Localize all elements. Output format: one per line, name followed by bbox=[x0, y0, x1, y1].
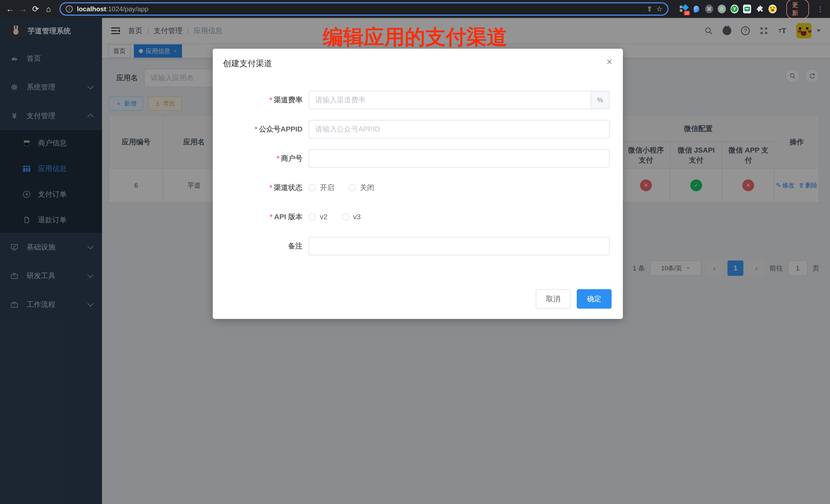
bookmark-star-icon[interactable]: ☆ bbox=[657, 5, 662, 13]
form-row-mch: *商户号 bbox=[213, 149, 610, 168]
required-asterisk: * bbox=[270, 213, 273, 221]
dialog-footer: 取消 确定 bbox=[536, 289, 612, 309]
share-icon[interactable]: ⇪ bbox=[647, 5, 652, 13]
radio-circle-icon bbox=[309, 213, 316, 220]
site-info-icon[interactable]: i bbox=[66, 5, 73, 12]
url-text: localhost:1024/pay/app bbox=[77, 5, 149, 13]
form-row-appid: *公众号APPID bbox=[213, 120, 610, 138]
form-row-remark: 备注 bbox=[213, 237, 610, 255]
back-icon[interactable]: ← bbox=[5, 5, 15, 13]
status-off-radio[interactable]: 关闭 bbox=[349, 183, 374, 192]
appid-input[interactable] bbox=[309, 120, 610, 138]
url-bar[interactable]: i localhost:1024/pay/app ⇪ ☆ bbox=[60, 2, 669, 15]
api-v3-radio[interactable]: v3 bbox=[342, 213, 361, 221]
extension-badge: 10 bbox=[684, 11, 690, 15]
mch-input[interactable] bbox=[309, 149, 610, 168]
browser-update-chip[interactable]: 更新 bbox=[787, 0, 809, 19]
app-window: 芋道管理系统 首页 系统管理 ¥ 支付管理 bbox=[0, 18, 830, 504]
balloon-extension-icon[interactable] bbox=[692, 5, 700, 13]
api-v2-radio[interactable]: v2 bbox=[309, 213, 328, 221]
dialog-close-icon[interactable]: ✕ bbox=[606, 57, 613, 66]
radio-circle-icon bbox=[309, 184, 316, 191]
annotation-text: 编辑应用的支付渠道 bbox=[0, 24, 830, 51]
command-extension-icon[interactable]: ⌘ bbox=[705, 5, 713, 13]
form-row-rate: *渠道费率 % bbox=[213, 91, 610, 109]
dialog-header: 创建支付渠道 ✕ bbox=[213, 49, 623, 76]
radio-circle-icon bbox=[342, 213, 349, 220]
remark-input[interactable] bbox=[309, 237, 610, 255]
rate-label: 渠道费率 bbox=[274, 96, 302, 104]
home-icon[interactable]: ⌂ bbox=[43, 5, 53, 13]
dialog-form: *渠道费率 % *公众号APPID *商户号 *渠道状态 开启 关闭 bbox=[213, 76, 623, 255]
required-asterisk: * bbox=[277, 154, 279, 162]
radio-circle-icon bbox=[349, 184, 356, 191]
form-row-status: *渠道状态 开启 关闭 bbox=[213, 179, 610, 197]
required-asterisk: * bbox=[255, 125, 258, 133]
form-row-api: *API 版本 v2 v3 bbox=[213, 208, 610, 226]
api-label: API 版本 bbox=[274, 213, 302, 221]
mch-label: 商户号 bbox=[281, 154, 302, 162]
required-asterisk: * bbox=[269, 184, 272, 191]
appid-label: 公众号APPID bbox=[259, 125, 302, 133]
forward-icon[interactable]: → bbox=[18, 5, 28, 13]
rate-input[interactable] bbox=[309, 91, 591, 109]
confirm-button[interactable]: 确定 bbox=[577, 289, 612, 309]
required-asterisk: * bbox=[269, 96, 272, 104]
percent-suffix: % bbox=[591, 91, 610, 109]
extensions-strip: 10 ⌘ Y 更新 ⋮ bbox=[680, 0, 825, 19]
recorder-extension-icon[interactable] bbox=[718, 5, 726, 13]
status-on-radio[interactable]: 开启 bbox=[309, 183, 334, 192]
cancel-button[interactable]: 取消 bbox=[536, 289, 571, 309]
y-extension-icon[interactable]: Y bbox=[731, 5, 738, 13]
profile-avatar-icon[interactable] bbox=[768, 5, 776, 13]
extensions-puzzle-icon[interactable] bbox=[756, 5, 764, 13]
adblock-extension-icon[interactable]: 10 bbox=[680, 5, 688, 13]
remark-label: 备注 bbox=[288, 242, 302, 250]
browser-toolbar: ← → ⟳ ⌂ i localhost:1024/pay/app ⇪ ☆ 10 … bbox=[0, 0, 830, 18]
create-channel-dialog: 创建支付渠道 ✕ *渠道费率 % *公众号APPID *商户号 *渠道状态 bbox=[213, 49, 623, 319]
chat-extension-icon[interactable] bbox=[743, 5, 751, 13]
status-label: 渠道状态 bbox=[274, 184, 302, 191]
browser-menu-icon[interactable]: ⋮ bbox=[817, 5, 824, 13]
reload-icon[interactable]: ⟳ bbox=[31, 5, 40, 13]
dialog-title: 创建支付渠道 bbox=[223, 59, 272, 68]
